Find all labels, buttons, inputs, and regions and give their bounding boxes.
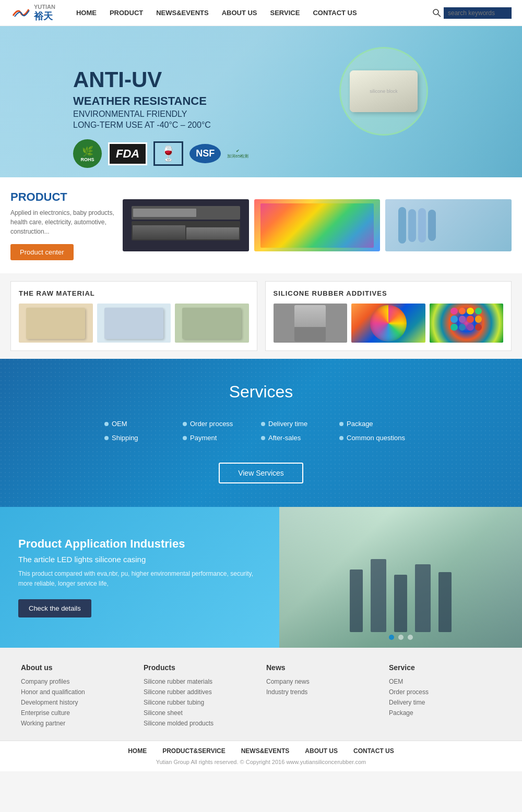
slider-dot-1[interactable] (389, 635, 394, 640)
footer-products: Products Silicone rubber materials Silic… (144, 663, 256, 730)
footer-silicone-tubing[interactable]: Silicone rubber tubing (144, 699, 256, 706)
footer-silicone-materials[interactable]: Silicone rubber materials (144, 678, 256, 685)
service-after-sales[interactable]: After-sales (261, 434, 339, 442)
product-image-2 (254, 199, 381, 251)
additive-img-2 (351, 304, 425, 343)
footer-working-partner[interactable]: Working partner (21, 720, 133, 727)
hero-banner: ANTI-UV WEATHER RESISTANCE ENVIRONMENTAL… (0, 26, 522, 177)
footer-copyright: Yutian Group All rights reserved. © Copy… (10, 759, 512, 765)
app-right-image (279, 507, 522, 648)
service-oem[interactable]: OEM (104, 420, 183, 428)
footer-about-us: About us Company profiles Honor and qual… (21, 663, 133, 730)
service-dot (183, 436, 187, 440)
footer-silicone-additives[interactable]: Silicone rubber additives (144, 688, 256, 696)
nav-news[interactable]: NEWS&EVENTS (156, 9, 208, 17)
service-dot (261, 422, 265, 426)
hero-subtitle1: WEATHER RESISTANCE (73, 94, 248, 108)
service-dot (104, 436, 109, 440)
footer-silicone-sheet[interactable]: Silicone sheet (144, 709, 256, 717)
svg-point-0 (433, 9, 438, 15)
app-desc: This product compared with eva,nbr, pu, … (18, 569, 261, 589)
service-package[interactable]: Package (339, 420, 418, 428)
product-center-button[interactable]: Product center (10, 244, 74, 260)
nav-contact[interactable]: CONTACT US (313, 9, 357, 17)
services-grid: OEM Order process Delivery time Package … (104, 420, 418, 442)
footer-about-title: About us (21, 663, 133, 672)
additive-img-3 (430, 304, 504, 343)
footer-service-title: Service (389, 663, 501, 672)
main-nav: HOME PRODUCT NEWS&EVENTS ABOUT US SERVIC… (76, 9, 433, 17)
raw-img-3 (175, 304, 249, 343)
slider-dot-2[interactable] (398, 635, 404, 640)
footer-oem[interactable]: OEM (389, 678, 501, 685)
slider-dot-3[interactable] (408, 635, 413, 640)
footer-honor[interactable]: Honor and qualification (21, 688, 133, 696)
footer-delivery-time[interactable]: Delivery time (389, 699, 501, 706)
header: YUTIAN 裕天 HOME PRODUCT NEWS&EVENTS ABOUT… (0, 0, 522, 26)
cup-badge: 🍷 (153, 141, 183, 166)
footer-development[interactable]: Development history (21, 699, 133, 706)
footer-nav-home[interactable]: HOME (128, 747, 147, 755)
logo-icon (10, 5, 31, 21)
raw-img-1 (19, 304, 93, 343)
search-icon[interactable] (433, 9, 441, 17)
product-info: PRODUCT Applied in electronics, baby pro… (10, 190, 115, 260)
product-section: PRODUCT Applied in electronics, baby pro… (0, 177, 522, 273)
footer-silicone-molded[interactable]: Silicone molded products (144, 720, 256, 727)
service-dot (339, 422, 343, 426)
footer-news-title: News (266, 663, 378, 672)
raw-material-images (19, 304, 249, 343)
service-shipping[interactable]: Shipping (104, 434, 183, 442)
nav-about[interactable]: ABOUT US (222, 9, 257, 17)
search-area (433, 7, 512, 19)
footer-order-process[interactable]: Order process (389, 688, 501, 696)
footer-company-profiles[interactable]: Company profiles (21, 678, 133, 685)
footer-nav-news-events[interactable]: NEWS&EVENTS (241, 747, 290, 755)
hero-title: ANTI-UV (73, 68, 248, 92)
hero-subtitle2: ENVIRONMENTAL FRIENDLY (73, 110, 248, 119)
raw-material-box: THE RAW MATERIAL (10, 281, 257, 351)
logo[interactable]: YUTIAN 裕天 (10, 4, 55, 22)
product-images (123, 199, 512, 251)
search-input[interactable] (444, 7, 512, 19)
footer-nav-about[interactable]: ABOUT US (305, 747, 338, 755)
footer-industry-trends[interactable]: Industry trends (266, 688, 378, 696)
nav-product[interactable]: PRODUCT (110, 9, 143, 17)
view-services-button[interactable]: View Services (219, 463, 303, 483)
footer-top: About us Company profiles Honor and qual… (0, 648, 522, 741)
gym-background (279, 507, 522, 648)
services-title: Services (10, 382, 512, 402)
service-common-questions[interactable]: Common questions (339, 434, 418, 442)
service-payment[interactable]: Payment (183, 434, 261, 442)
raw-img-2 (97, 304, 171, 343)
footer-company-news[interactable]: Company news (266, 678, 378, 685)
service-order-process[interactable]: Order process (183, 420, 261, 428)
product-image-3 (385, 199, 512, 251)
hero-content: ANTI-UV WEATHER RESISTANCE ENVIRONMENTAL… (73, 68, 248, 168)
footer-service: Service OEM Order process Delivery time … (389, 663, 501, 730)
app-industries-section: Product Application Industries The artic… (0, 507, 522, 648)
additives-box: SILICONE RUBBER ADDITIVES (265, 281, 512, 351)
app-subtitle: The article LED lights silicone casing (18, 555, 261, 564)
service-dot (339, 436, 343, 440)
additive-img-1 (274, 304, 348, 343)
product-desc: Applied in electronics, baby products, h… (10, 208, 115, 236)
footer-bottom-nav: HOME PRODUCT&SERVICE NEWS&EVENTS ABOUT U… (10, 747, 512, 755)
service-dot (261, 436, 265, 440)
footer-nav-product-service[interactable]: PRODUCT&SERVICE (162, 747, 225, 755)
footer-nav-contact[interactable]: CONTACT US (353, 747, 394, 755)
cn-badge: ✔ 加润65检测 (227, 149, 248, 159)
nav-home[interactable]: HOME (76, 9, 97, 17)
additives-images (274, 304, 504, 343)
nav-service[interactable]: SERVICE (270, 9, 300, 17)
app-title: Product Application Industries (18, 537, 261, 551)
footer-news: News Company news Industry trends (266, 663, 378, 730)
footer-enterprise[interactable]: Enterprise culture (21, 709, 133, 717)
check-details-button[interactable]: Check the details (18, 599, 91, 617)
hero-product-image: silicone block (339, 47, 428, 136)
footer-products-title: Products (144, 663, 256, 672)
footer-package[interactable]: Package (389, 709, 501, 717)
hero-badges: 🌿 ROHS FDA 🍷 NSF ✔ 加润65检测 (73, 139, 248, 168)
service-delivery[interactable]: Delivery time (261, 420, 339, 428)
rohs-badge: 🌿 ROHS (73, 139, 102, 168)
